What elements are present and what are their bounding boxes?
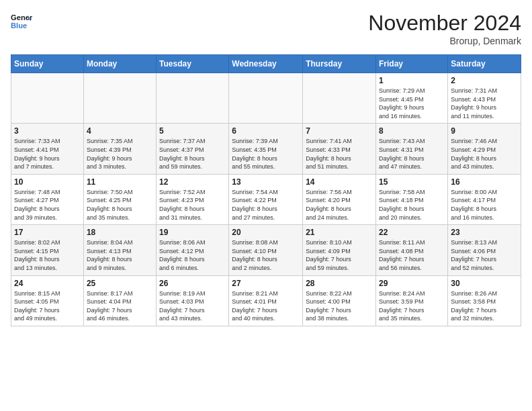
day-number: 28	[306, 279, 373, 288]
calendar-week: 1Sunrise: 7:29 AM Sunset: 4:45 PM Daylig…	[11, 73, 521, 124]
day-number: 24	[14, 279, 81, 288]
weekday-header: Tuesday	[157, 55, 229, 73]
header-row: SundayMondayTuesdayWednesdayThursdayFrid…	[11, 55, 521, 73]
calendar-day: 15Sunrise: 7:58 AM Sunset: 4:18 PM Dayli…	[376, 174, 448, 224]
calendar-day: 1Sunrise: 7:29 AM Sunset: 4:45 PM Daylig…	[376, 73, 448, 124]
calendar-day: 26Sunrise: 8:19 AM Sunset: 4:03 PM Dayli…	[157, 275, 229, 326]
day-info: Sunrise: 7:50 AM Sunset: 4:25 PM Dayligh…	[87, 188, 153, 222]
day-number: 19	[159, 228, 226, 237]
day-info: Sunrise: 8:24 AM Sunset: 3:59 PM Dayligh…	[379, 289, 445, 323]
logo-icon: General Blue	[11, 11, 32, 32]
day-number: 9	[451, 126, 518, 136]
day-number: 21	[306, 228, 373, 237]
calendar-header: SundayMondayTuesdayWednesdayThursdayFrid…	[11, 55, 521, 73]
calendar-day: 28Sunrise: 8:22 AM Sunset: 4:00 PM Dayli…	[303, 275, 376, 326]
day-number: 23	[451, 228, 518, 237]
calendar-day	[83, 73, 156, 124]
day-info: Sunrise: 7:46 AM Sunset: 4:29 PM Dayligh…	[451, 137, 518, 171]
day-info: Sunrise: 7:37 AM Sunset: 4:37 PM Dayligh…	[159, 137, 226, 171]
day-info: Sunrise: 8:15 AM Sunset: 4:05 PM Dayligh…	[14, 289, 81, 323]
calendar-day: 23Sunrise: 8:13 AM Sunset: 4:06 PM Dayli…	[448, 225, 521, 275]
weekday-header: Sunday	[11, 55, 84, 73]
calendar-day: 14Sunrise: 7:56 AM Sunset: 4:20 PM Dayli…	[303, 174, 376, 224]
day-number: 25	[87, 279, 153, 288]
calendar-body: 1Sunrise: 7:29 AM Sunset: 4:45 PM Daylig…	[11, 73, 521, 326]
day-number: 17	[14, 228, 81, 237]
day-number: 27	[232, 279, 300, 288]
day-info: Sunrise: 7:54 AM Sunset: 4:22 PM Dayligh…	[232, 188, 300, 222]
weekday-header: Friday	[376, 55, 448, 73]
day-info: Sunrise: 7:52 AM Sunset: 4:23 PM Dayligh…	[159, 188, 226, 222]
day-number: 1	[379, 76, 445, 85]
day-number: 14	[306, 177, 373, 187]
calendar-day: 6Sunrise: 7:39 AM Sunset: 4:35 PM Daylig…	[229, 124, 303, 174]
day-info: Sunrise: 8:21 AM Sunset: 4:01 PM Dayligh…	[232, 289, 300, 323]
day-info: Sunrise: 7:39 AM Sunset: 4:35 PM Dayligh…	[232, 137, 300, 171]
calendar-day	[11, 73, 84, 124]
day-info: Sunrise: 8:11 AM Sunset: 4:08 PM Dayligh…	[379, 238, 445, 272]
day-info: Sunrise: 7:33 AM Sunset: 4:41 PM Dayligh…	[14, 137, 81, 171]
day-number: 13	[232, 177, 300, 187]
weekday-header: Saturday	[448, 55, 521, 73]
calendar-day: 17Sunrise: 8:02 AM Sunset: 4:15 PM Dayli…	[11, 225, 84, 275]
calendar-day: 13Sunrise: 7:54 AM Sunset: 4:22 PM Dayli…	[229, 174, 303, 224]
day-number: 10	[14, 177, 81, 187]
weekday-header: Thursday	[303, 55, 376, 73]
day-info: Sunrise: 8:00 AM Sunset: 4:17 PM Dayligh…	[451, 188, 518, 222]
day-number: 15	[379, 177, 445, 187]
day-number: 5	[159, 126, 226, 136]
calendar-day: 20Sunrise: 8:08 AM Sunset: 4:10 PM Dayli…	[229, 225, 303, 275]
day-number: 3	[14, 126, 81, 136]
day-info: Sunrise: 7:56 AM Sunset: 4:20 PM Dayligh…	[306, 188, 373, 222]
day-number: 30	[451, 279, 518, 288]
calendar-day: 19Sunrise: 8:06 AM Sunset: 4:12 PM Dayli…	[157, 225, 229, 275]
day-info: Sunrise: 8:13 AM Sunset: 4:06 PM Dayligh…	[451, 238, 518, 272]
svg-text:Blue: Blue	[11, 21, 27, 30]
day-number: 12	[159, 177, 226, 187]
calendar-day	[303, 73, 376, 124]
calendar-day: 2Sunrise: 7:31 AM Sunset: 4:43 PM Daylig…	[448, 73, 521, 124]
calendar-day: 4Sunrise: 7:35 AM Sunset: 4:39 PM Daylig…	[83, 124, 156, 174]
calendar-day: 18Sunrise: 8:04 AM Sunset: 4:13 PM Dayli…	[83, 225, 156, 275]
calendar-day	[229, 73, 303, 124]
calendar-day: 27Sunrise: 8:21 AM Sunset: 4:01 PM Dayli…	[229, 275, 303, 326]
day-number: 4	[87, 126, 153, 136]
month-title: November 2024	[368, 11, 521, 36]
weekday-header: Monday	[83, 55, 156, 73]
day-number: 6	[232, 126, 300, 136]
day-info: Sunrise: 7:43 AM Sunset: 4:31 PM Dayligh…	[379, 137, 445, 171]
calendar-day: 11Sunrise: 7:50 AM Sunset: 4:25 PM Dayli…	[83, 174, 156, 224]
location: Brorup, Denmark	[368, 36, 521, 46]
day-info: Sunrise: 7:35 AM Sunset: 4:39 PM Dayligh…	[87, 137, 153, 171]
weekday-header: Wednesday	[229, 55, 303, 73]
day-number: 7	[306, 126, 373, 136]
day-info: Sunrise: 7:31 AM Sunset: 4:43 PM Dayligh…	[451, 87, 518, 120]
day-info: Sunrise: 8:04 AM Sunset: 4:13 PM Dayligh…	[87, 238, 153, 272]
calendar-week: 24Sunrise: 8:15 AM Sunset: 4:05 PM Dayli…	[11, 275, 521, 326]
day-number: 18	[87, 228, 153, 237]
day-number: 11	[87, 177, 153, 187]
calendar-day: 24Sunrise: 8:15 AM Sunset: 4:05 PM Dayli…	[11, 275, 84, 326]
day-info: Sunrise: 8:06 AM Sunset: 4:12 PM Dayligh…	[159, 238, 226, 272]
calendar-day: 9Sunrise: 7:46 AM Sunset: 4:29 PM Daylig…	[448, 124, 521, 174]
day-number: 20	[232, 228, 300, 237]
day-info: Sunrise: 7:58 AM Sunset: 4:18 PM Dayligh…	[379, 188, 445, 222]
day-number: 2	[451, 76, 518, 85]
calendar-day: 7Sunrise: 7:41 AM Sunset: 4:33 PM Daylig…	[303, 124, 376, 174]
day-info: Sunrise: 7:48 AM Sunset: 4:27 PM Dayligh…	[14, 188, 81, 222]
calendar-day: 12Sunrise: 7:52 AM Sunset: 4:23 PM Dayli…	[157, 174, 229, 224]
calendar-day: 22Sunrise: 8:11 AM Sunset: 4:08 PM Dayli…	[376, 225, 448, 275]
day-info: Sunrise: 8:08 AM Sunset: 4:10 PM Dayligh…	[232, 238, 300, 272]
calendar-day: 30Sunrise: 8:26 AM Sunset: 3:58 PM Dayli…	[448, 275, 521, 326]
calendar-day: 25Sunrise: 8:17 AM Sunset: 4:04 PM Dayli…	[83, 275, 156, 326]
day-info: Sunrise: 8:19 AM Sunset: 4:03 PM Dayligh…	[159, 289, 226, 323]
day-number: 22	[379, 228, 445, 237]
page-header: General Blue November 2024 Brorup, Denma…	[11, 11, 521, 46]
calendar-day: 29Sunrise: 8:24 AM Sunset: 3:59 PM Dayli…	[376, 275, 448, 326]
calendar-day: 16Sunrise: 8:00 AM Sunset: 4:17 PM Dayli…	[448, 174, 521, 224]
day-info: Sunrise: 7:29 AM Sunset: 4:45 PM Dayligh…	[379, 87, 445, 120]
day-number: 8	[379, 126, 445, 136]
day-number: 16	[451, 177, 518, 187]
logo: General Blue	[11, 11, 32, 32]
day-number: 29	[379, 279, 445, 288]
